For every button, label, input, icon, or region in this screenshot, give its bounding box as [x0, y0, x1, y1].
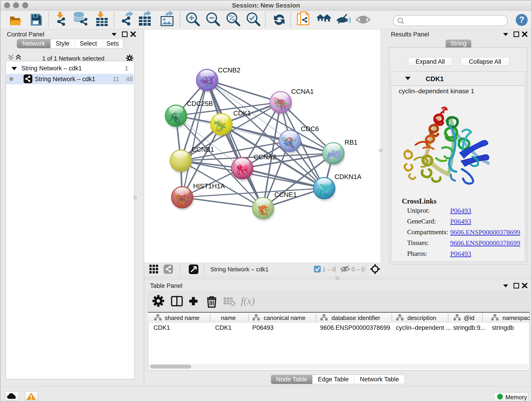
svg-text:HIST1H1A: HIST1H1A: [193, 182, 225, 190]
svg-text:?: ?: [519, 15, 524, 25]
svg-text:CDKN1A: CDKN1A: [335, 173, 361, 180]
svg-text:CCNA1: CCNA1: [291, 88, 314, 95]
svg-text:CCNB2: CCNB2: [218, 66, 240, 74]
svg-text:CCNE1: CCNE1: [274, 191, 297, 198]
svg-text:0 – 0: 0 – 0: [351, 266, 365, 273]
svg-text:CDC6: CDC6: [301, 125, 319, 133]
svg-text:CDK1: CDK1: [233, 109, 251, 117]
svg-text:CCNA2: CCNA2: [254, 153, 276, 161]
svg-text:CCNB1: CCNB1: [191, 146, 214, 153]
svg-text:String Network – cdk1: String Network – cdk1: [210, 266, 268, 273]
svg-text:f(x): f(x): [241, 295, 255, 307]
svg-text:1 – 0: 1 – 0: [322, 266, 336, 273]
svg-text:RB1: RB1: [345, 139, 357, 146]
svg-text:CDC25B: CDC25B: [187, 100, 213, 107]
